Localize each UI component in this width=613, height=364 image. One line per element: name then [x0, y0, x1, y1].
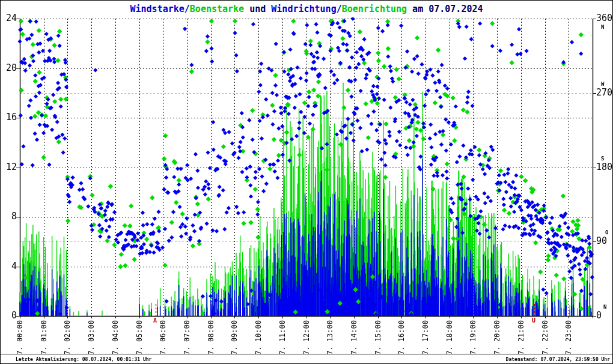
data-timestamp-text: Datenstand: 07.07.2024, 23:59:50 Uhr — [506, 357, 610, 362]
x-tick-label: 07. 16:00 — [397, 317, 406, 359]
x-tick-label: 07. 07:00 — [183, 317, 191, 359]
title-slash-1: / — [185, 4, 190, 14]
title-windstarke: Windstarke — [130, 4, 184, 14]
y-left-tick-label: 20 — [1, 64, 17, 73]
x-tick-label: 07. 19:00 — [469, 317, 477, 359]
x-tick-label: 07. 03:00 — [87, 317, 96, 359]
x-tick-label: 07. 02:00 — [63, 317, 72, 359]
compass-letter: N — [601, 25, 604, 30]
chart-title: Windstarke/Boenstarke und Windrichtung/B… — [1, 4, 612, 14]
y-right-tick-label: 360 — [596, 14, 612, 23]
sun-marker-label: U — [532, 318, 535, 324]
chart-plot-area — [15, 17, 598, 321]
title-windrichtung: Windrichtung — [271, 4, 336, 14]
x-tick-label: 07. 12:00 — [302, 317, 311, 359]
x-tick-label: 07. 13:00 — [326, 317, 334, 359]
x-tick-label: 07. 20:00 — [493, 317, 501, 359]
chart-frame: Windstarke/Boenstarke und Windrichtung/B… — [0, 0, 613, 364]
x-tick-label: 07. 18:00 — [445, 317, 454, 359]
compass-letter: O — [605, 230, 608, 235]
sun-marker-label: A — [153, 318, 157, 324]
compass-letter: S — [601, 156, 604, 162]
y-left-tick-label: 24 — [1, 14, 17, 23]
title-und: und — [244, 4, 271, 14]
x-tick-label: 07. 17:00 — [421, 317, 430, 359]
x-tick-label: 07. 14:00 — [350, 317, 358, 359]
title-date: am 07.07.2024 — [407, 4, 483, 14]
y-right-tick-label: 0 — [596, 311, 602, 320]
x-tick-label: 07. 04:00 — [111, 317, 120, 359]
title-boenrichtung: Boenrichtung — [342, 4, 407, 14]
x-tick-label: 07. 06:00 — [159, 317, 167, 359]
y-left-tick-label: 0 — [1, 311, 17, 320]
y-left-tick-label: 16 — [1, 113, 17, 122]
title-slash-2: / — [337, 4, 342, 14]
compass-letter: W — [601, 82, 604, 87]
x-tick-label: 07. 00:00 — [16, 317, 24, 359]
x-tick-label: 07. 21:00 — [517, 317, 525, 359]
x-tick-label: 07. 22:00 — [541, 317, 549, 359]
x-tick-label: 07. 10:00 — [254, 317, 263, 359]
x-tick-label: 07. 01:00 — [40, 317, 48, 359]
status-bar: Letzte Aktualisierung: 08.07.2024, 00:01… — [1, 354, 612, 364]
title-boenstarke: Boenstarke — [190, 4, 244, 14]
x-tick-label: 07. 11:00 — [278, 317, 287, 359]
y-right-tick-label: 90 — [596, 237, 607, 246]
x-tick-label: 07. 15:00 — [374, 317, 382, 359]
compass-letter: N — [603, 305, 606, 310]
x-tick-label: 07. 08:00 — [207, 317, 215, 359]
x-tick-label: 07. 05:00 — [135, 317, 144, 359]
y-right-tick-label: 180 — [596, 163, 612, 172]
y-right-tick-label: 270 — [596, 88, 612, 97]
x-tick-label: 07. 09:00 — [230, 317, 239, 359]
y-left-tick-label: 12 — [1, 163, 17, 172]
y-left-tick-label: 8 — [1, 212, 17, 221]
y-left-tick-label: 4 — [1, 262, 17, 271]
x-tick-label: 07. 23:00 — [564, 317, 573, 359]
last-update-text: Letzte Aktualisierung: 08.07.2024, 00:01… — [16, 357, 151, 362]
